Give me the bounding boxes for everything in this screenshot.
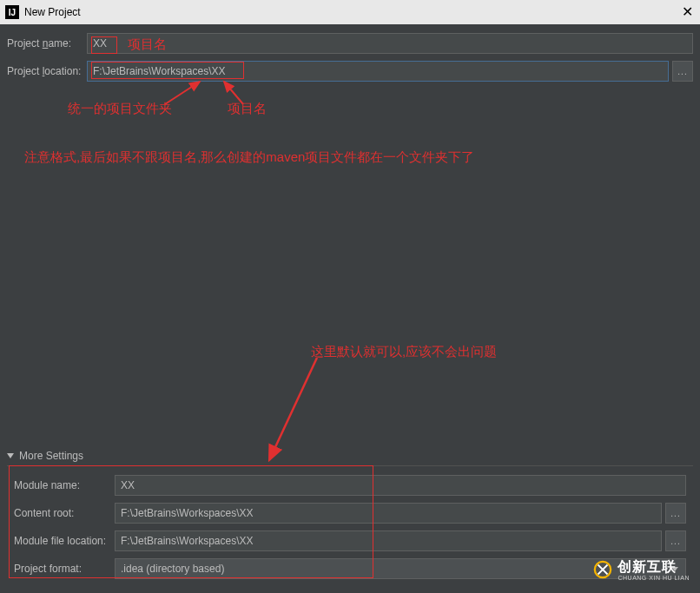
project-name-row: Project name: [7, 33, 693, 54]
content-root-label: Content root: [14, 507, 115, 519]
project-location-input[interactable] [87, 61, 669, 82]
content-root-input[interactable] [115, 503, 662, 524]
module-file-location-input[interactable] [115, 530, 662, 551]
project-location-row: Project location: ... [7, 61, 693, 82]
svg-line-5 [269, 358, 317, 460]
project-location-label: Project location: [7, 65, 87, 77]
form-area: Project name: Project location: ... [0, 24, 700, 97]
annotation-project-name-2: 项目名 [228, 101, 267, 117]
more-settings-toggle[interactable]: More Settings [7, 450, 693, 462]
project-name-input[interactable] [87, 33, 693, 54]
module-name-input[interactable] [115, 475, 686, 496]
chevron-down-icon [7, 453, 14, 458]
project-format-value: .idea (directory based) [121, 563, 224, 575]
watermark-sub: CHUANG XIN HU LIAN [617, 575, 690, 581]
watermark: 创新互联 CHUANG XIN HU LIAN [593, 558, 690, 581]
close-icon[interactable]: ✕ [682, 3, 693, 20]
annotation-unified-folder: 统一的项目文件夹 [68, 101, 172, 117]
watermark-main: 创新互联 [617, 559, 677, 574]
annotation-format-warning: 注意格式,最后如果不跟项目名,那么创建的maven项目文件都在一个文件夹下了 [24, 149, 474, 166]
annotation-default-ok: 这里默认就可以,应该不会出问题 [311, 344, 497, 360]
browse-module-file-button[interactable]: ... [665, 530, 686, 551]
module-file-location-label: Module file location: [14, 535, 115, 547]
project-name-label: Project name: [7, 37, 87, 49]
more-settings-label: More Settings [19, 450, 83, 462]
browse-location-button[interactable]: ... [672, 61, 693, 82]
watermark-logo-icon [593, 560, 612, 579]
project-format-label: Project format: [14, 563, 115, 575]
settings-panel: Module name: Content root: ... Module fi… [7, 465, 693, 590]
module-name-label: Module name: [14, 479, 115, 491]
browse-content-root-button[interactable]: ... [665, 503, 686, 524]
window-title: New Project [24, 6, 81, 18]
app-icon: IJ [5, 5, 19, 19]
more-settings-section: More Settings Module name: Content root:… [7, 450, 693, 590]
title-bar: IJ New Project ✕ [0, 0, 700, 24]
